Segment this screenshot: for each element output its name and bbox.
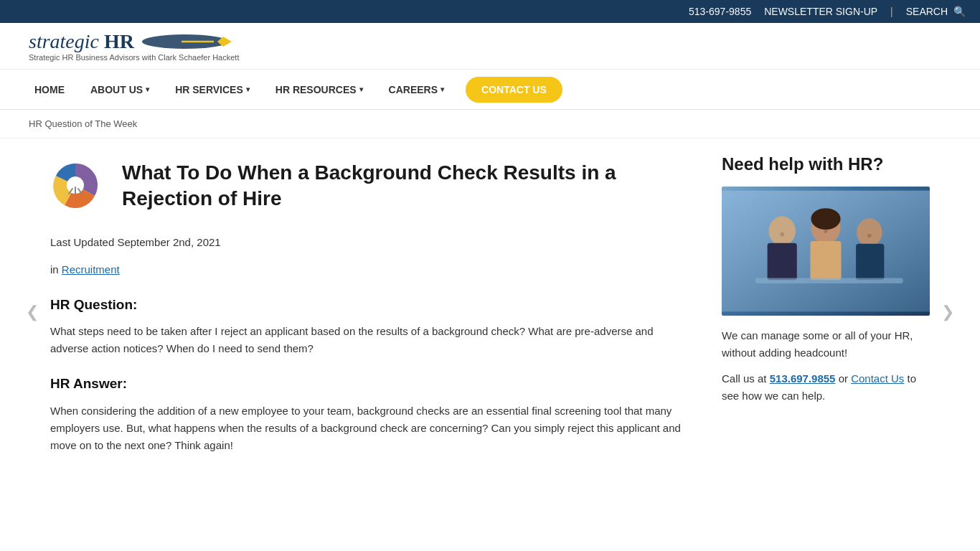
prev-arrow[interactable]: ❮ xyxy=(22,153,43,471)
svg-rect-17 xyxy=(856,244,884,281)
sidebar-image xyxy=(722,187,930,316)
article-category-icon xyxy=(50,160,108,217)
chevron-down-icon: ▾ xyxy=(359,85,363,93)
svg-rect-12 xyxy=(768,243,797,280)
top-phone: 513-697-9855 xyxy=(689,6,751,17)
logo-arrow-graphic xyxy=(138,32,232,52)
nav-contact-us[interactable]: CONTACT US xyxy=(466,77,562,103)
question-body: What steps need to be taken after I reje… xyxy=(50,323,693,357)
svg-rect-18 xyxy=(755,278,903,283)
article-category-link[interactable]: Recruitment xyxy=(62,263,120,276)
next-arrow[interactable]: ❯ xyxy=(937,153,958,471)
sidebar-title: Need help with HR? xyxy=(722,153,930,175)
chevron-down-icon: ▾ xyxy=(146,85,149,93)
sidebar: Need help with HR? xyxy=(715,153,937,471)
article-title: What To Do When a Background Check Resul… xyxy=(122,160,693,212)
chevron-down-icon: ▾ xyxy=(246,85,250,93)
sidebar-contact-text: Call us at 513.697.9855 or Contact Us to… xyxy=(722,370,930,405)
search-link[interactable]: SEARCH 🔍 xyxy=(906,6,966,17)
logo-text: strategic HR xyxy=(29,30,134,53)
nav-careers[interactable]: CAREERS ▾ xyxy=(376,70,457,110)
article: What To Do When a Background Check Resul… xyxy=(43,153,715,471)
article-date: Last Updated September 2nd, 2021 xyxy=(50,234,693,251)
breadcrumb: HR Question of The Week xyxy=(0,110,980,138)
nav-hr-services[interactable]: HR SERVICES ▾ xyxy=(162,70,263,110)
main-nav: HOME ABOUT US ▾ HR SERVICES ▾ HR RESOURC… xyxy=(0,70,980,110)
top-divider: | xyxy=(890,6,893,17)
sidebar-body-text: We can manage some or all of your HR, wi… xyxy=(722,327,930,362)
nav-about[interactable]: ABOUT US ▾ xyxy=(77,70,162,110)
svg-point-15 xyxy=(811,208,840,230)
answer-heading: HR Answer: xyxy=(50,373,693,395)
newsletter-link[interactable]: NEWSLETTER SIGN-UP xyxy=(764,6,877,17)
article-category-line: in Recruitment xyxy=(50,261,693,278)
svg-point-19 xyxy=(780,232,784,237)
article-title-area: What To Do When a Background Check Resul… xyxy=(122,160,693,221)
question-heading: HR Question: xyxy=(50,294,693,316)
sidebar-body: We can manage some or all of your HR, wi… xyxy=(722,327,930,405)
article-body: Last Updated September 2nd, 2021 in Recr… xyxy=(50,234,693,454)
svg-point-20 xyxy=(824,229,828,233)
svg-point-21 xyxy=(867,234,872,238)
nav-home[interactable]: HOME xyxy=(22,70,77,110)
top-bar: 513-697-9855 NEWSLETTER SIGN-UP | SEARCH… xyxy=(0,0,980,23)
chevron-down-icon: ▾ xyxy=(440,85,444,93)
svg-rect-14 xyxy=(810,241,841,280)
article-header: What To Do When a Background Check Resul… xyxy=(50,160,693,221)
svg-point-16 xyxy=(857,218,882,246)
answer-body: When considering the addition of a new e… xyxy=(50,402,693,454)
main-content: ❮ xyxy=(0,138,980,486)
logo[interactable]: strategic HR Strategic HR Business Advis… xyxy=(29,30,239,62)
nav-hr-resources[interactable]: HR RESOURCES ▾ xyxy=(263,70,376,110)
logo-subtitle: Strategic HR Business Advisors with Clar… xyxy=(29,53,239,62)
site-header: strategic HR Strategic HR Business Advis… xyxy=(0,23,980,70)
search-icon: 🔍 xyxy=(953,6,966,17)
svg-point-11 xyxy=(768,217,795,246)
